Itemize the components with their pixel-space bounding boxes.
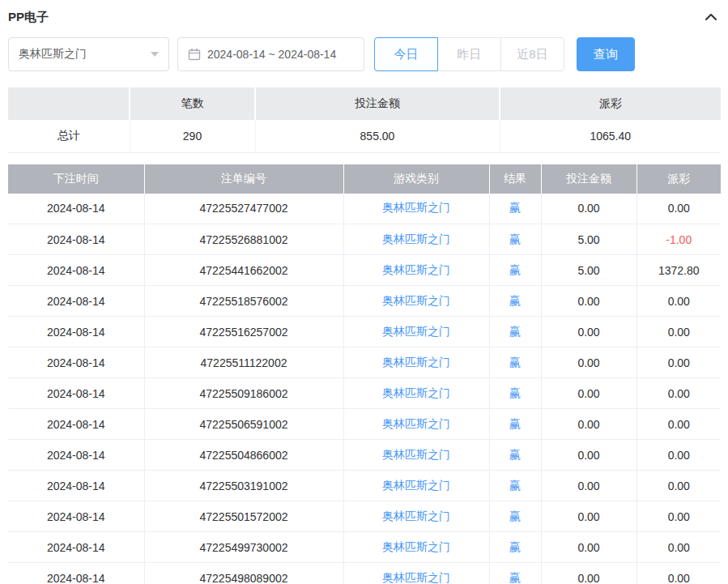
- bet-time-cell: 2024-08-14: [8, 286, 144, 317]
- bet-id-cell: 47225527477002: [144, 194, 343, 224]
- game-category-link[interactable]: 奥林匹斯之门: [343, 194, 489, 224]
- bet-time-cell: 2024-08-14: [8, 532, 144, 563]
- date-range-input[interactable]: 2024-08-14 ~ 2024-08-14: [177, 37, 364, 71]
- bet-time-cell: 2024-08-14: [8, 471, 144, 501]
- summary-header-row: 笔数 投注金额 派彩: [8, 87, 721, 120]
- game-category-link[interactable]: 奥林匹斯之门: [343, 224, 489, 255]
- summary-total-row: 总计 290 855.00 1065.40: [8, 120, 721, 152]
- table-row: 2024-08-1447225501572002奥林匹斯之门赢0.000.00: [8, 501, 721, 532]
- summary-header-count: 笔数: [130, 87, 255, 120]
- bet-amount-cell: 0.00: [541, 440, 636, 471]
- bet-result-cell: 赢: [489, 255, 541, 286]
- bet-amount-cell: 0.00: [541, 471, 636, 501]
- game-select-value: 奥林匹斯之门: [19, 47, 87, 62]
- last-8-days-button[interactable]: 近8日: [500, 37, 564, 71]
- bet-id-cell: 47225526881002: [144, 224, 343, 255]
- bet-result-cell: 赢: [489, 532, 541, 563]
- table-row: 2024-08-1447225504866002奥林匹斯之门赢0.000.00: [8, 440, 721, 471]
- date-range-value: 2024-08-14 ~ 2024-08-14: [207, 48, 336, 61]
- bet-amount-cell: 0.00: [541, 347, 636, 378]
- bet-amount-cell: 0.00: [541, 317, 636, 347]
- bet-time-cell: 2024-08-14: [8, 317, 144, 347]
- bet-id-cell: 47225504866002: [144, 440, 343, 471]
- bet-amount-cell: 5.00: [541, 255, 636, 286]
- summary-table: 笔数 投注金额 派彩 总计 290 855.00 1065.40: [8, 87, 721, 153]
- bet-result-cell: 赢: [489, 471, 541, 501]
- bet-result-cell: 赢: [489, 563, 541, 584]
- bet-id-cell: 47225498089002: [144, 563, 343, 584]
- bet-result-cell: 赢: [489, 501, 541, 532]
- search-button[interactable]: 查询: [577, 37, 635, 71]
- bet-amount-cell: 0.00: [541, 194, 636, 224]
- bet-payout-cell: 0.00: [636, 563, 721, 584]
- bet-id-cell: 47225511122002: [144, 347, 343, 378]
- column-header-game-category: 游戏类别: [343, 164, 489, 194]
- chevron-down-icon: [151, 52, 159, 57]
- table-row: 2024-08-1447225518576002奥林匹斯之门赢0.000.00: [8, 286, 721, 317]
- filter-bar: 奥林匹斯之门 2024-08-14 ~ 2024-08-14 今日 昨日 近8日…: [8, 37, 721, 71]
- panel-header: PP电子: [8, 6, 721, 28]
- summary-total-payout: 1065.40: [500, 120, 721, 152]
- bet-id-cell: 47225518576002: [144, 286, 343, 317]
- game-category-link[interactable]: 奥林匹斯之门: [343, 255, 489, 286]
- bet-payout-cell: 0.00: [636, 378, 721, 409]
- bet-payout-cell: 0.00: [636, 409, 721, 440]
- bet-result-cell: 赢: [489, 409, 541, 440]
- table-row: 2024-08-1447225527477002奥林匹斯之门赢0.000.00: [8, 194, 721, 224]
- bet-table-body: 2024-08-1447225527477002奥林匹斯之门赢0.000.002…: [8, 194, 721, 584]
- bet-payout-cell: 0.00: [636, 347, 721, 378]
- bet-amount-cell: 0.00: [541, 378, 636, 409]
- page-title: PP电子: [8, 10, 49, 25]
- game-category-link[interactable]: 奥林匹斯之门: [343, 409, 489, 440]
- bet-result-cell: 赢: [489, 194, 541, 224]
- summary-total-label: 总计: [8, 120, 130, 152]
- table-row: 2024-08-1447225509186002奥林匹斯之门赢0.000.00: [8, 378, 721, 409]
- collapse-panel-button[interactable]: [705, 12, 721, 22]
- summary-header-payout: 派彩: [500, 87, 721, 120]
- game-category-link[interactable]: 奥林匹斯之门: [343, 532, 489, 563]
- bet-records-table: 下注时间 注单编号 游戏类别 结果 投注金额 派彩 2024-08-144722…: [8, 164, 721, 584]
- game-category-link[interactable]: 奥林匹斯之门: [343, 317, 489, 347]
- table-row: 2024-08-1447225499730002奥林匹斯之门赢0.000.00: [8, 532, 721, 563]
- game-category-link[interactable]: 奥林匹斯之门: [343, 440, 489, 471]
- column-header-bet-amount: 投注金额: [541, 164, 636, 194]
- bet-payout-cell: 0.00: [636, 286, 721, 317]
- game-category-link[interactable]: 奥林匹斯之门: [343, 286, 489, 317]
- today-button[interactable]: 今日: [374, 37, 438, 71]
- bet-payout-cell: 0.00: [636, 532, 721, 563]
- game-category-link[interactable]: 奥林匹斯之门: [343, 471, 489, 501]
- table-row: 2024-08-1447225526881002奥林匹斯之门赢5.00-1.00: [8, 224, 721, 255]
- table-row: 2024-08-1447225516257002奥林匹斯之门赢0.000.00: [8, 317, 721, 347]
- bet-payout-cell: 0.00: [636, 440, 721, 471]
- bet-id-cell: 47225501572002: [144, 501, 343, 532]
- bet-time-cell: 2024-08-14: [8, 224, 144, 255]
- bet-id-cell: 47225509186002: [144, 378, 343, 409]
- column-header-bet-time: 下注时间: [8, 164, 144, 194]
- bet-result-cell: 赢: [489, 317, 541, 347]
- game-category-link[interactable]: 奥林匹斯之门: [343, 501, 489, 532]
- bet-amount-cell: 0.00: [541, 286, 636, 317]
- bet-time-cell: 2024-08-14: [8, 255, 144, 286]
- table-row: 2024-08-1447225511122002奥林匹斯之门赢0.000.00: [8, 347, 721, 378]
- game-category-link[interactable]: 奥林匹斯之门: [343, 347, 489, 378]
- bet-amount-cell: 0.00: [541, 501, 636, 532]
- bet-payout-cell: 0.00: [636, 194, 721, 224]
- summary-total-bet-amount: 855.00: [255, 120, 500, 152]
- column-header-payout: 派彩: [636, 164, 721, 194]
- bet-time-cell: 2024-08-14: [8, 378, 144, 409]
- game-category-link[interactable]: 奥林匹斯之门: [343, 378, 489, 409]
- bet-time-cell: 2024-08-14: [8, 501, 144, 532]
- game-select[interactable]: 奥林匹斯之门: [8, 37, 169, 71]
- bet-time-cell: 2024-08-14: [8, 563, 144, 584]
- bet-amount-cell: 0.00: [541, 409, 636, 440]
- yesterday-button[interactable]: 昨日: [437, 37, 501, 71]
- bet-payout-cell: 0.00: [636, 471, 721, 501]
- game-category-link[interactable]: 奥林匹斯之门: [343, 563, 489, 584]
- bet-id-cell: 47225503191002: [144, 471, 343, 501]
- bet-amount-cell: 0.00: [541, 532, 636, 563]
- column-header-result: 结果: [489, 164, 541, 194]
- bet-amount-cell: 0.00: [541, 563, 636, 584]
- bet-time-cell: 2024-08-14: [8, 440, 144, 471]
- table-row: 2024-08-1447225503191002奥林匹斯之门赢0.000.00: [8, 471, 721, 501]
- bet-table-header-row: 下注时间 注单编号 游戏类别 结果 投注金额 派彩: [8, 164, 721, 194]
